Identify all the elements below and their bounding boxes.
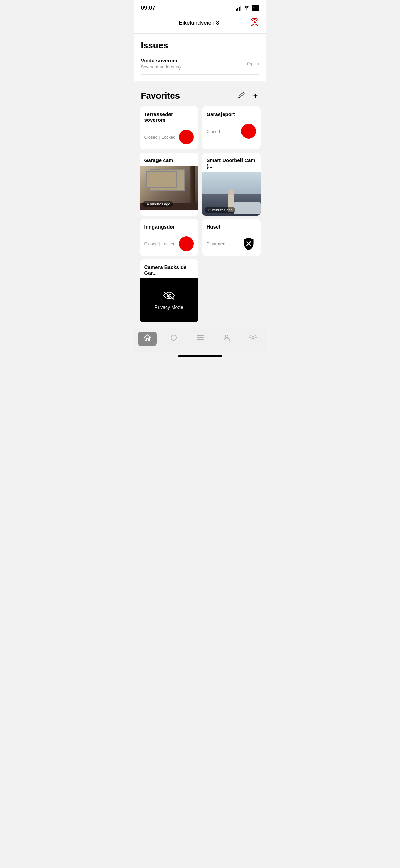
card-title-terrassedor: Terrassedør soverom — [144, 111, 194, 123]
card-huset[interactable]: Huset Disarmed — [202, 219, 261, 256]
nav-title: Eikelundveien 8 — [178, 20, 219, 26]
camera-preview-doorbell: 12 minutes ago — [202, 172, 261, 216]
edit-favorites-button[interactable] — [237, 90, 246, 101]
card-title-garage-cam: Garage cam — [140, 153, 198, 166]
status-text-garasjeport: Closed — [207, 129, 220, 134]
circle-icon — [170, 334, 178, 344]
svg-point-5 — [225, 335, 228, 338]
gear-icon — [249, 334, 257, 344]
red-dot-inngangsdor — [179, 236, 194, 251]
main-content: Issues Vindu soverom Soverom underetasje… — [134, 34, 266, 328]
status-bar: 09:07 95 — [134, 0, 266, 15]
wifi-icon — [244, 5, 250, 11]
list-icon — [196, 334, 204, 344]
issue-details: Vindu soverom Soverom underetasje — [141, 58, 183, 70]
card-status-huset: Disarmed — [207, 236, 256, 251]
eye-slash-icon — [163, 291, 175, 302]
nav-circle[interactable] — [164, 332, 183, 346]
issues-title: Issues — [141, 40, 259, 51]
nav-settings[interactable] — [244, 332, 262, 346]
status-icons: 95 — [236, 5, 259, 11]
nav-list[interactable] — [191, 332, 210, 346]
bottom-nav — [134, 328, 266, 353]
card-title-backside-cam: Camera Backside Gar... — [140, 259, 198, 278]
card-status-terrassedor: Closed | Locked — [144, 130, 194, 144]
person-icon — [223, 334, 231, 344]
timestamp-doorbell-cam: 12 minutes ago — [205, 207, 235, 213]
card-backside-cam[interactable]: Camera Backside Gar... Privacy Mode — [140, 259, 198, 322]
status-time: 09:07 — [141, 5, 155, 12]
card-title-garasjeport: Garasjeport — [207, 111, 256, 117]
shield-x-icon — [241, 236, 256, 251]
signal-icon — [236, 6, 242, 11]
card-status-garasjeport: Closed — [207, 124, 256, 139]
svg-point-6 — [252, 337, 254, 339]
menu-button[interactable] — [141, 21, 148, 25]
battery-indicator: 95 — [252, 5, 259, 11]
svg-point-1 — [171, 335, 176, 340]
status-text-inngangsdor: Closed | Locked — [144, 241, 176, 246]
home-icon — [143, 334, 151, 344]
card-title-huset: Huset — [207, 224, 256, 230]
privacy-mode-text: Privacy Mode — [154, 304, 183, 310]
card-terrassedor[interactable]: Terrassedør soverom Closed | Locked — [140, 106, 198, 149]
favorites-header: Favorites + — [140, 90, 261, 102]
privacy-overlay: Privacy Mode — [140, 278, 198, 322]
red-dot-terrassedor — [179, 130, 194, 144]
status-text-huset: Disarmed — [207, 241, 226, 246]
favorites-title: Favorites — [141, 91, 180, 101]
timestamp-garage-cam: 14 minutes ago — [142, 201, 173, 207]
cards-grid: Terrassedør soverom Closed | Locked Gara… — [140, 106, 261, 322]
issue-item[interactable]: Vindu soverom Soverom underetasje Open — [141, 56, 259, 72]
nav-person[interactable] — [217, 332, 236, 346]
favorites-section: Favorites + Terrassedør soverom Closed |… — [134, 84, 266, 328]
card-status-inngangsdor: Closed | Locked — [144, 236, 194, 251]
issue-status: Open — [247, 61, 259, 66]
home-indicator — [178, 355, 222, 357]
svg-point-0 — [254, 21, 256, 23]
card-doorbell-cam[interactable]: Smart Doorbell Cam (... 12 minutes ago — [202, 153, 261, 216]
card-title-inngangsdor: Inngangsdør — [144, 224, 194, 230]
card-garasjeport[interactable]: Garasjeport Closed — [202, 106, 261, 149]
issue-subtitle: Soverom underetasje — [141, 64, 183, 70]
divider — [141, 74, 259, 75]
broadcast-button[interactable] — [250, 18, 259, 28]
add-favorites-button[interactable]: + — [252, 90, 259, 102]
nav-bar: Eikelundveien 8 — [134, 15, 266, 34]
camera-preview-garage: 14 minutes ago — [140, 166, 198, 210]
card-title-doorbell-cam: Smart Doorbell Cam (... — [202, 153, 261, 172]
favorites-actions: + — [237, 90, 259, 102]
nav-home[interactable] — [138, 332, 157, 346]
red-dot-garasjeport — [241, 124, 256, 139]
issues-section: Issues Vindu soverom Soverom underetasje… — [134, 34, 266, 81]
card-garage-cam[interactable]: Garage cam 14 minutes ago — [140, 153, 198, 216]
status-text-terrassedor: Closed | Locked — [144, 135, 176, 140]
issue-title: Vindu soverom — [141, 58, 183, 63]
card-inngangsdor[interactable]: Inngangsdør Closed | Locked — [140, 219, 198, 256]
